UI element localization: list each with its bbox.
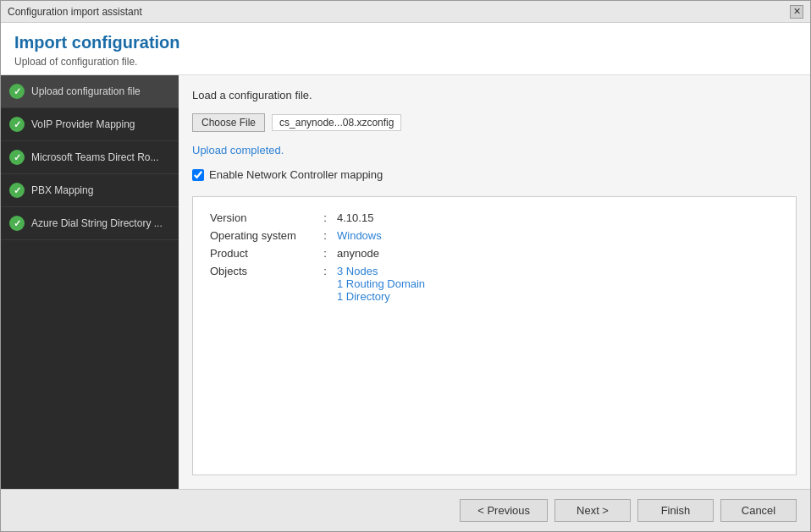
window-title: Configuration import assistant	[8, 6, 142, 18]
close-button[interactable]: ✕	[790, 5, 803, 19]
sidebar-item-ms-teams[interactable]: ✓ Microsoft Teams Direct Ro...	[1, 141, 179, 174]
objects-cell: 3 Nodes 1 Routing Domain 1 Directory	[334, 262, 782, 305]
version-value: 4.10.15	[334, 209, 782, 227]
sidebar-label-pbx: PBX Mapping	[31, 184, 93, 196]
page-subtitle: Upload of configuration file.	[14, 56, 797, 68]
check-icon-azure: ✓	[9, 216, 25, 231]
sidebar-label-upload-config: Upload configuration file	[31, 85, 141, 97]
sidebar: ✓ Upload configuration file ✓ VoIP Provi…	[1, 75, 179, 489]
right-panel: Load a configuration file. Choose File c…	[179, 75, 810, 489]
footer: < Previous Next > Finish Cancel	[1, 489, 810, 531]
enable-network-checkbox[interactable]	[192, 169, 204, 181]
sidebar-label-azure: Azure Dial String Directory ...	[31, 217, 163, 229]
sidebar-item-voip-provider[interactable]: ✓ VoIP Provider Mapping	[1, 108, 179, 141]
check-icon-pbx: ✓	[9, 183, 25, 198]
finish-button[interactable]: Finish	[637, 499, 714, 522]
file-row: Choose File cs_anynode...08.xzconfig	[192, 113, 797, 132]
sidebar-label-teams: Microsoft Teams Direct Ro...	[31, 151, 158, 163]
upload-status: Upload completed.	[192, 144, 797, 156]
table-row: Operating system : Windows	[207, 227, 782, 244]
check-icon-teams: ✓	[9, 150, 25, 165]
os-label: Operating system	[207, 227, 317, 244]
sidebar-item-azure[interactable]: ✓ Azure Dial String Directory ...	[1, 207, 179, 240]
next-button[interactable]: Next >	[554, 499, 631, 522]
file-name-display: cs_anynode...08.xzconfig	[272, 114, 401, 131]
page-title: Import configuration	[14, 33, 797, 52]
check-icon-upload: ✓	[9, 84, 25, 99]
table-row: Product : anynode	[207, 244, 782, 262]
choose-file-button[interactable]: Choose File	[192, 113, 265, 132]
cancel-button[interactable]: Cancel	[720, 499, 797, 522]
info-box: Version : 4.10.15 Operating system : Win…	[192, 196, 797, 475]
sidebar-label-voip: VoIP Provider Mapping	[31, 118, 135, 130]
sidebar-item-pbx[interactable]: ✓ PBX Mapping	[1, 174, 179, 207]
check-icon-voip: ✓	[9, 117, 25, 132]
objects-value-3: 1 Directory	[337, 290, 390, 303]
previous-button[interactable]: < Previous	[460, 499, 548, 522]
enable-network-row: Enable Network Controller mapping	[192, 168, 797, 181]
objects-label: Objects	[207, 262, 317, 305]
main-area: ✓ Upload configuration file ✓ VoIP Provi…	[1, 75, 810, 489]
table-row: Version : 4.10.15	[207, 209, 782, 227]
objects-value-1: 3 Nodes	[337, 265, 378, 277]
version-label: Version	[207, 209, 317, 227]
content-area: Import configuration Upload of configura…	[1, 23, 810, 489]
product-label: Product	[207, 244, 317, 262]
header-section: Import configuration Upload of configura…	[1, 23, 810, 75]
title-bar: Configuration import assistant ✕	[1, 1, 810, 23]
table-row: Objects : 3 Nodes 1 Routing Domain 1 Dir…	[207, 262, 782, 305]
main-window: Configuration import assistant ✕ Import …	[0, 0, 811, 532]
os-value: Windows	[334, 227, 782, 244]
product-value: anynode	[334, 244, 782, 262]
objects-value-2: 1 Routing Domain	[337, 277, 425, 290]
sidebar-item-upload-config[interactable]: ✓ Upload configuration file	[1, 75, 179, 108]
enable-network-label: Enable Network Controller mapping	[209, 168, 383, 181]
panel-instruction: Load a configuration file.	[192, 89, 797, 101]
info-table: Version : 4.10.15 Operating system : Win…	[207, 209, 782, 305]
